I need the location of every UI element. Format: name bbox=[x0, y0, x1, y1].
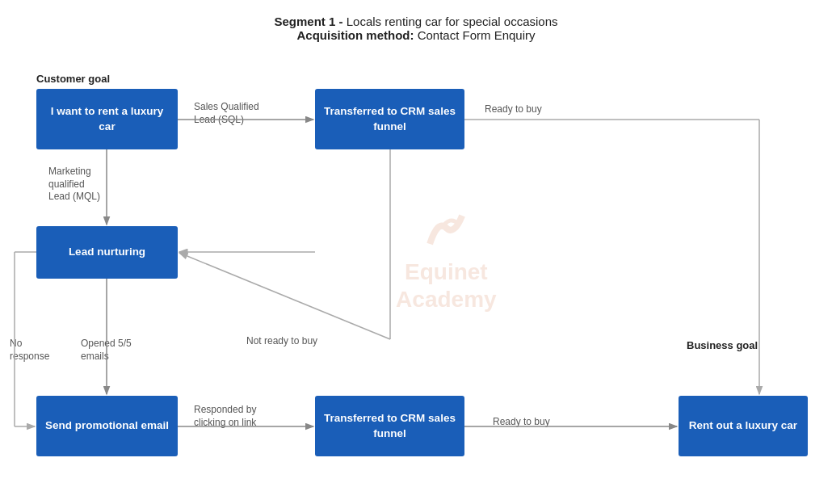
watermark: EquinetAcademy bbox=[396, 212, 497, 313]
title-segment-bold: Segment 1 - bbox=[275, 15, 343, 28]
label-opened-emails: Opened 5/5emails bbox=[81, 338, 132, 363]
label-ready-top: Ready to buy bbox=[485, 103, 542, 116]
box-want-rent: I want to rent a luxury car bbox=[36, 89, 178, 149]
title-area: Segment 1 - Locals renting car for speci… bbox=[0, 0, 832, 42]
svg-line-14 bbox=[179, 253, 390, 339]
label-no-response: Noresponse bbox=[10, 338, 49, 363]
title-line1: Segment 1 - Locals renting car for speci… bbox=[0, 15, 832, 28]
box-crm-bottom: Transferred to CRM sales funnel bbox=[315, 396, 464, 456]
box-crm-top: Transferred to CRM sales funnel bbox=[315, 89, 464, 149]
label-ready-bottom: Ready to buy bbox=[493, 416, 550, 429]
title-line2: Acquisition method: Contact Form Enquiry bbox=[0, 28, 832, 42]
title-acquisition-normal: Contact Form Enquiry bbox=[414, 28, 535, 42]
box-lead-nurturing: Lead nurturing bbox=[36, 226, 178, 279]
label-mql: MarketingqualifiedLead (MQL) bbox=[48, 166, 100, 204]
customer-goal-label: Customer goal bbox=[36, 73, 110, 85]
title-acquisition-bold: Acquisition method: bbox=[296, 28, 414, 42]
watermark-text: EquinetAcademy bbox=[396, 258, 497, 313]
box-rent-out: Rent out a luxury car bbox=[679, 396, 808, 456]
label-not-ready: Not ready to buy bbox=[246, 335, 317, 348]
title-segment-normal: Locals renting car for special occasions bbox=[343, 15, 558, 28]
diagram-container: Segment 1 - Locals renting car for speci… bbox=[0, 0, 832, 504]
box-send-promo: Send promotional email bbox=[36, 396, 178, 456]
label-sql: Sales QualifiedLead (SQL) bbox=[194, 101, 259, 126]
label-responded-link: Responded byclicking on link bbox=[194, 404, 256, 429]
business-goal-label: Business goal bbox=[687, 339, 758, 351]
